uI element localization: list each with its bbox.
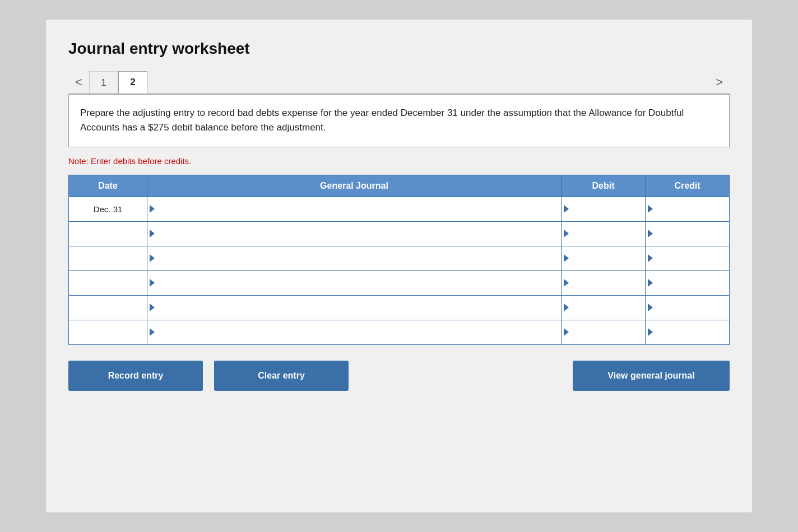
- triangle-icon: [150, 254, 155, 262]
- date-cell-3: [69, 270, 147, 295]
- page-title: Journal entry worksheet: [68, 40, 730, 58]
- debit-input-5[interactable]: [569, 320, 645, 344]
- journal-input-0[interactable]: [155, 197, 561, 221]
- triangle-icon: [564, 254, 569, 262]
- col-header-journal: General Journal: [147, 175, 562, 197]
- tab-2[interactable]: 2: [118, 71, 147, 94]
- triangle-icon: [564, 304, 569, 311]
- triangle-icon: [150, 205, 155, 213]
- tab-next-button[interactable]: >: [709, 71, 730, 94]
- tab-1[interactable]: 1: [89, 71, 118, 94]
- description-box: Prepare the adjusting entry to record ba…: [68, 94, 730, 147]
- col-header-date: Date: [69, 175, 147, 197]
- credit-input-3[interactable]: [653, 271, 729, 295]
- date-cell-0: Dec. 31: [69, 197, 147, 221]
- table-row: [69, 295, 730, 320]
- journal-cell-4[interactable]: [147, 295, 562, 320]
- journal-cell-3[interactable]: [147, 270, 562, 295]
- journal-cell-1[interactable]: [147, 221, 562, 246]
- journal-cell-5[interactable]: [147, 320, 562, 344]
- debit-input-2[interactable]: [569, 246, 645, 270]
- table-row: [69, 246, 730, 270]
- date-cell-2: [69, 246, 147, 270]
- debit-input-4[interactable]: [569, 296, 645, 320]
- triangle-icon: [648, 254, 653, 262]
- credit-cell-2[interactable]: [646, 246, 730, 270]
- journal-cell-2[interactable]: [147, 246, 562, 270]
- debit-cell-5[interactable]: [562, 320, 646, 344]
- journal-entry-card: Journal entry worksheet < 1 2 > Prepare …: [46, 20, 752, 512]
- credit-input-5[interactable]: [653, 320, 729, 344]
- date-cell-5: [69, 320, 147, 344]
- journal-input-5[interactable]: [155, 320, 561, 344]
- debit-input-1[interactable]: [569, 222, 645, 246]
- triangle-icon: [150, 304, 155, 311]
- triangle-icon: [648, 205, 653, 213]
- debit-cell-3[interactable]: [562, 270, 646, 295]
- table-row: [69, 221, 730, 246]
- triangle-icon: [564, 230, 569, 237]
- credit-cell-3[interactable]: [646, 270, 730, 295]
- credit-input-0[interactable]: [653, 197, 729, 221]
- triangle-icon: [648, 328, 653, 336]
- table-row: [69, 320, 730, 344]
- credit-input-2[interactable]: [653, 246, 729, 270]
- triangle-icon: [564, 205, 569, 213]
- credit-cell-0[interactable]: [646, 197, 730, 221]
- triangle-icon: [150, 328, 155, 336]
- journal-input-4[interactable]: [155, 296, 561, 320]
- note-text: Note: Enter debits before credits.: [68, 156, 730, 166]
- journal-input-2[interactable]: [155, 246, 561, 270]
- col-header-debit: Debit: [562, 175, 646, 197]
- clear-entry-button[interactable]: Clear entry: [214, 361, 349, 391]
- record-entry-button[interactable]: Record entry: [68, 361, 203, 391]
- table-row: [69, 270, 730, 295]
- description-text: Prepare the adjusting entry to record ba…: [80, 108, 684, 133]
- debit-input-3[interactable]: [569, 271, 645, 295]
- tab-nav: < 1 2 >: [68, 71, 730, 94]
- triangle-icon: [150, 230, 155, 237]
- table-row: Dec. 31: [69, 197, 730, 221]
- journal-input-3[interactable]: [155, 271, 561, 295]
- tab-prev-button[interactable]: <: [68, 71, 89, 94]
- triangle-icon: [564, 328, 569, 336]
- button-row: Record entry Clear entry View general jo…: [68, 361, 730, 391]
- credit-cell-1[interactable]: [646, 221, 730, 246]
- credit-input-1[interactable]: [653, 222, 729, 246]
- triangle-icon: [648, 304, 653, 311]
- col-header-credit: Credit: [646, 175, 730, 197]
- debit-cell-2[interactable]: [562, 246, 646, 270]
- triangle-icon: [564, 279, 569, 287]
- date-cell-1: [69, 221, 147, 246]
- journal-input-1[interactable]: [155, 222, 561, 246]
- triangle-icon: [150, 279, 155, 287]
- date-cell-4: [69, 295, 147, 320]
- credit-cell-4[interactable]: [646, 295, 730, 320]
- triangle-icon: [648, 279, 653, 287]
- debit-input-0[interactable]: [569, 197, 645, 221]
- journal-cell-0[interactable]: [147, 197, 562, 221]
- credit-cell-5[interactable]: [646, 320, 730, 344]
- debit-cell-1[interactable]: [562, 221, 646, 246]
- debit-cell-4[interactable]: [562, 295, 646, 320]
- credit-input-4[interactable]: [653, 296, 729, 320]
- journal-table: Date General Journal Debit Credit Dec. 3…: [68, 175, 730, 345]
- triangle-icon: [648, 230, 653, 237]
- view-general-journal-button[interactable]: View general journal: [573, 361, 730, 391]
- debit-cell-0[interactable]: [562, 197, 646, 221]
